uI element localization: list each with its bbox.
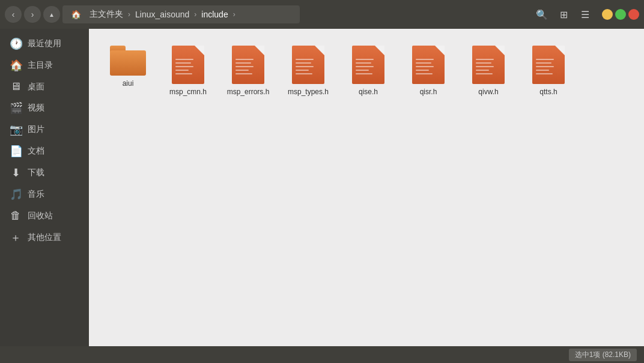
breadcrumb: 🏠 主文件夹 › Linux_aisound › include › — [62, 5, 300, 23]
list-item[interactable]: qivw.h — [461, 41, 515, 101]
breadcrumb-item-include[interactable]: include — [198, 8, 231, 20]
breadcrumb-item-home[interactable]: 主文件夹 — [86, 8, 127, 21]
sidebar-label-documents: 文档 — [28, 146, 44, 157]
sidebar-item-home[interactable]: 🏠 主目录 — [2, 55, 87, 76]
downloads-icon: ⬇ — [10, 166, 22, 179]
file-label: msp_types.h — [288, 88, 329, 96]
breadcrumb-sep-1: › — [128, 10, 130, 19]
search-button[interactable]: 🔍 — [532, 5, 551, 24]
sidebar: 🕐 最近使用 🏠 主目录 🖥 桌面 🎬 视频 📷 图片 📄 文档 ⬇ 下载 🎵 — [0, 29, 89, 346]
sidebar-label-recent: 最近使用 — [28, 38, 61, 49]
list-item[interactable]: msp_cmn.h — [161, 41, 215, 101]
file-label: msp_cmn.h — [169, 88, 207, 96]
recent-icon: 🕐 — [10, 37, 22, 50]
window-controls — [602, 9, 639, 20]
document-icon — [292, 46, 324, 84]
titlebar: ‹ › ▲ 🏠 主文件夹 › Linux_aisound › include ›… — [0, 0, 644, 29]
forward-button[interactable]: › — [24, 6, 41, 23]
file-label: qivw.h — [478, 88, 498, 96]
status-text: 选中1项 (82.1KB) — [569, 349, 637, 361]
sidebar-label-video: 视频 — [28, 103, 44, 113]
file-label: qise.h — [359, 88, 378, 96]
sidebar-label-pictures: 图片 — [28, 124, 44, 135]
list-item[interactable]: qtts.h — [521, 41, 576, 101]
list-item[interactable]: msp_types.h — [281, 41, 335, 101]
documents-icon: 📄 — [10, 145, 22, 158]
up-button[interactable]: ▲ — [43, 6, 60, 23]
list-item[interactable]: qisr.h — [401, 41, 455, 101]
sidebar-item-desktop[interactable]: 🖥 桌面 — [2, 77, 87, 97]
sidebar-label-other: 其他位置 — [28, 232, 61, 243]
add-icon: ＋ — [10, 230, 22, 245]
sidebar-label-trash: 回收站 — [28, 211, 53, 221]
statusbar: 选中1项 (82.1KB) — [0, 346, 644, 363]
file-area[interactable]: aiui msp_cmn.h — [89, 29, 644, 346]
home-icon: 🏠 — [10, 59, 22, 72]
main-layout: 🕐 最近使用 🏠 主目录 🖥 桌面 🎬 视频 📷 图片 📄 文档 ⬇ 下载 🎵 — [0, 29, 644, 346]
list-item[interactable]: msp_errors.h — [221, 41, 275, 101]
desktop-icon: 🖥 — [10, 80, 22, 93]
trash-icon: 🗑 — [10, 209, 22, 222]
list-item[interactable]: qise.h — [341, 41, 395, 101]
file-label: aiui — [123, 79, 134, 88]
breadcrumb-sep-3: › — [233, 10, 235, 19]
file-label: qtts.h — [539, 88, 557, 96]
breadcrumb-home-icon: 🏠 — [67, 8, 85, 20]
document-icon — [232, 46, 264, 84]
document-icon — [472, 46, 505, 84]
sidebar-item-other[interactable]: ＋ 其他位置 — [2, 227, 87, 248]
pictures-icon: 📷 — [10, 123, 22, 136]
sidebar-label-music: 音乐 — [28, 189, 44, 200]
menu-button[interactable]: ☰ — [576, 5, 595, 24]
back-button[interactable]: ‹ — [5, 6, 22, 23]
video-icon: 🎬 — [10, 101, 22, 115]
folder-icon — [110, 46, 146, 76]
sidebar-item-downloads[interactable]: ⬇ 下载 — [2, 163, 87, 183]
sidebar-item-trash[interactable]: 🗑 回收站 — [2, 206, 87, 226]
maximize-button[interactable] — [615, 9, 626, 20]
breadcrumb-sep-2: › — [194, 10, 196, 19]
file-label: msp_errors.h — [227, 88, 270, 96]
document-icon — [412, 46, 445, 84]
sidebar-label-home: 主目录 — [28, 60, 53, 71]
sidebar-item-pictures[interactable]: 📷 图片 — [2, 119, 87, 140]
sidebar-item-recent[interactable]: 🕐 最近使用 — [2, 34, 87, 54]
sidebar-label-downloads: 下载 — [28, 167, 44, 178]
document-icon — [172, 46, 204, 84]
sidebar-item-video[interactable]: 🎬 视频 — [2, 98, 87, 118]
document-icon — [532, 46, 565, 84]
music-icon: 🎵 — [10, 188, 22, 201]
breadcrumb-item-linux[interactable]: Linux_aisound — [132, 8, 193, 20]
sidebar-item-music[interactable]: 🎵 音乐 — [2, 184, 87, 205]
view-toggle-button[interactable]: ⊞ — [554, 5, 573, 24]
file-label: qisr.h — [420, 88, 437, 96]
close-button[interactable] — [628, 9, 639, 20]
document-icon — [352, 46, 384, 84]
sidebar-label-desktop: 桌面 — [28, 82, 44, 92]
list-item[interactable]: aiui — [101, 41, 155, 101]
sidebar-item-documents[interactable]: 📄 文档 — [2, 141, 87, 161]
minimize-button[interactable] — [602, 9, 613, 20]
